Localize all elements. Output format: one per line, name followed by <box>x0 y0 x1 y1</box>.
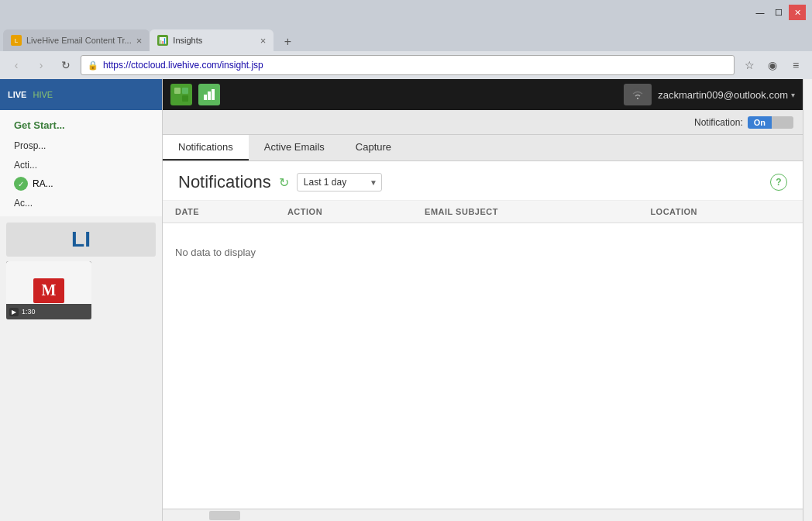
reload-button[interactable]: ↻ <box>56 55 76 75</box>
content-area: Notifications ↻ Last 1 day Last 7 days L… <box>163 161 803 521</box>
data-table-container: DATE ACTION EMAIL SUBJECT LOCATION No da… <box>163 201 803 509</box>
tab-bar: L LiveHive Email Content Tr... × 📊 Insig… <box>0 25 812 51</box>
panel-video-area: LI M ▶ 1:30 <box>0 216 162 330</box>
insights-panel: zackmartin009@outlook.com ▾ Notification… <box>163 79 803 521</box>
svg-rect-0 <box>174 88 181 94</box>
svg-rect-4 <box>204 95 207 100</box>
empty-row: No data to display <box>163 223 803 282</box>
main-content: LIVE HIVE Get Start... Prosp... Acti... … <box>0 79 812 521</box>
lock-icon: 🔒 <box>88 60 98 71</box>
panel-ra-item: ✓ RA... <box>6 174 156 194</box>
svg-rect-2 <box>174 95 181 102</box>
notifications-table: DATE ACTION EMAIL SUBJECT LOCATION No da… <box>163 201 803 281</box>
url-bar[interactable]: 🔒 https://ctocloud.livehive.com/insight.… <box>81 55 735 75</box>
panel-logo: LIVE HIVE <box>0 79 162 110</box>
svg-rect-5 <box>208 91 211 100</box>
app-header: zackmartin009@outlook.com ▾ <box>163 79 803 110</box>
browser-window: — ☐ ✕ L LiveHive Email Content Tr... × 📊… <box>0 0 812 521</box>
address-bar: ‹ › ↻ 🔒 https://ctocloud.livehive.com/in… <box>0 51 812 79</box>
tab-close-1[interactable]: × <box>136 35 143 47</box>
h-scroll-thumb[interactable] <box>209 511 240 520</box>
panel-li-text: LI <box>6 223 156 257</box>
url-text: https://ctocloud.livehive.com/insight.js… <box>103 60 728 71</box>
forward-button[interactable]: › <box>31 55 51 75</box>
title-bar: — ☐ ✕ <box>0 0 812 25</box>
livehive-logo-icon <box>173 86 190 103</box>
toggle-off-button[interactable] <box>772 116 793 129</box>
tab-notifications[interactable]: Notifications <box>163 135 249 160</box>
tab-title-2: Insights <box>173 36 255 45</box>
left-panel: LIVE HIVE Get Start... Prosp... Acti... … <box>0 79 163 521</box>
menu-icon[interactable]: ≡ <box>786 55 806 75</box>
horizontal-scrollbar[interactable] <box>163 509 803 521</box>
tab-favicon-1: L <box>11 35 22 46</box>
tab-navigation: Notifications Active Emails Capture <box>163 135 803 161</box>
window-controls: — ☐ ✕ <box>752 5 806 20</box>
notification-toggle-bar: Notification: On <box>163 110 803 135</box>
date-filter-wrapper[interactable]: Last 1 day Last 7 days Last 30 days All … <box>297 173 382 191</box>
minimize-button[interactable]: — <box>752 5 769 20</box>
bar-chart-icon <box>203 88 215 101</box>
vertical-scrollbar[interactable] <box>803 79 812 521</box>
browser-tab-2[interactable]: 📊 Insights × <box>150 29 274 51</box>
play-button[interactable]: ▶ <box>9 308 19 316</box>
back-button[interactable]: ‹ <box>6 55 26 75</box>
user-email-text: zackmartin009@outlook.com <box>658 89 788 101</box>
content-header: Notifications ↻ Last 1 day Last 7 days L… <box>163 161 803 201</box>
insights-icon[interactable] <box>198 84 220 105</box>
toggle-on-button[interactable]: On <box>748 116 772 129</box>
col-date: DATE <box>163 201 275 223</box>
user-email-display[interactable]: zackmartin009@outlook.com ▾ <box>658 89 795 101</box>
new-tab-button[interactable]: + <box>277 33 298 51</box>
panel-video-thumbnail[interactable]: M ▶ 1:30 <box>6 261 91 319</box>
tab-capture[interactable]: Capture <box>340 135 407 160</box>
panel-item-1: Prosp... <box>6 136 156 156</box>
toolbar-icons: ☆ ◉ ≡ <box>739 55 806 75</box>
col-action: ACTION <box>275 201 412 223</box>
video-time: 1:30 <box>22 308 36 316</box>
extension-icon[interactable]: ◉ <box>762 55 783 75</box>
wifi-signal-icon <box>630 88 645 101</box>
app-logo <box>170 84 192 105</box>
wifi-icon <box>624 84 652 105</box>
svg-rect-6 <box>212 89 215 100</box>
star-icon[interactable]: ☆ <box>739 55 759 75</box>
close-button[interactable]: ✕ <box>789 5 806 20</box>
table-header: DATE ACTION EMAIL SUBJECT LOCATION <box>163 201 803 223</box>
tab-favicon-2: 📊 <box>157 35 168 46</box>
date-filter-select[interactable]: Last 1 day Last 7 days Last 30 days All … <box>297 173 382 191</box>
user-dropdown-arrow: ▾ <box>791 91 795 99</box>
svg-rect-1 <box>182 88 188 94</box>
refresh-button[interactable]: ↻ <box>279 175 289 190</box>
col-location: LOCATION <box>638 201 803 223</box>
tab-close-2[interactable]: × <box>260 35 267 47</box>
notification-label: Notification: <box>694 117 743 128</box>
no-data-message: No data to display <box>163 223 803 282</box>
panel-active-label: Acti... <box>6 156 156 174</box>
tab-active-emails[interactable]: Active Emails <box>249 135 340 160</box>
table-body: No data to display <box>163 223 803 282</box>
col-email-subject: EMAIL SUBJECT <box>412 201 638 223</box>
tab-title-1: LiveHive Email Content Tr... <box>26 36 132 45</box>
panel-ac-item: Ac... <box>6 194 156 212</box>
help-button[interactable]: ? <box>770 174 787 191</box>
notification-toggle[interactable]: On <box>748 116 793 129</box>
svg-rect-3 <box>182 95 188 102</box>
page-title: Notifications <box>178 172 271 192</box>
maximize-button[interactable]: ☐ <box>770 5 787 20</box>
browser-tab-1[interactable]: L LiveHive Email Content Tr... × <box>3 29 150 51</box>
panel-get-started: Get Start... <box>6 115 156 136</box>
